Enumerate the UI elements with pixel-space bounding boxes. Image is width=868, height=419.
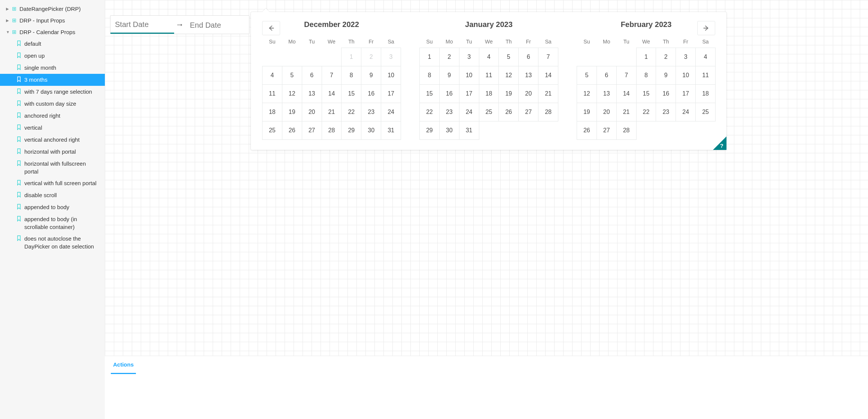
calendar-day[interactable]: 22 — [419, 103, 440, 121]
end-date-input[interactable] — [185, 16, 249, 33]
sidebar-story[interactable]: default — [0, 38, 105, 50]
calendar-day[interactable]: 29 — [341, 121, 361, 140]
sidebar-story[interactable]: single month — [0, 62, 105, 74]
calendar-day[interactable]: 12 — [282, 84, 302, 103]
calendar-day[interactable]: 9 — [656, 66, 676, 85]
calendar-day[interactable]: 25 — [479, 103, 499, 121]
calendar-day[interactable]: 26 — [577, 121, 597, 140]
calendar-day[interactable]: 21 — [322, 103, 342, 121]
calendar-day[interactable]: 15 — [636, 84, 656, 103]
calendar-day[interactable]: 6 — [597, 66, 617, 85]
sidebar-story[interactable]: vertical with full screen portal — [0, 177, 105, 189]
calendar-day[interactable]: 16 — [656, 84, 676, 103]
calendar-day[interactable]: 28 — [616, 121, 637, 140]
calendar-day[interactable]: 4 — [262, 66, 282, 85]
calendar-day[interactable]: 23 — [361, 103, 381, 121]
sidebar-story[interactable]: with 7 days range selection — [0, 86, 105, 98]
calendar-day[interactable]: 14 — [616, 84, 637, 103]
calendar-day[interactable]: 11 — [479, 66, 499, 85]
help-button[interactable]: ? — [713, 136, 726, 150]
calendar-day[interactable]: 20 — [518, 84, 538, 103]
calendar-day[interactable]: 11 — [262, 84, 282, 103]
calendar-day[interactable]: 16 — [439, 84, 459, 103]
calendar-day[interactable]: 15 — [419, 84, 440, 103]
calendar-day[interactable]: 21 — [538, 84, 558, 103]
calendar-day[interactable]: 21 — [616, 103, 637, 121]
calendar-day[interactable]: 28 — [322, 121, 342, 140]
sidebar-story[interactable]: appended to body — [0, 201, 105, 213]
calendar-day[interactable]: 20 — [597, 103, 617, 121]
calendar-day[interactable]: 4 — [695, 48, 716, 66]
calendar-day[interactable]: 19 — [282, 103, 302, 121]
calendar-day[interactable]: 8 — [419, 66, 440, 85]
calendar-day[interactable]: 11 — [695, 66, 716, 85]
tab-actions[interactable]: Actions — [111, 356, 136, 374]
sidebar-group[interactable]: ▼⊞DRP - Calendar Props — [0, 26, 105, 38]
calendar-day[interactable]: 30 — [361, 121, 381, 140]
calendar-day[interactable]: 13 — [518, 66, 538, 85]
sidebar-story[interactable]: 3 months — [0, 74, 105, 86]
calendar-day[interactable]: 28 — [538, 103, 558, 121]
calendar-day[interactable]: 27 — [302, 121, 322, 140]
prev-month-button[interactable] — [262, 21, 280, 35]
sidebar-group[interactable]: ▶⊞DateRangePicker (DRP) — [0, 3, 105, 15]
calendar-day[interactable]: 24 — [459, 103, 479, 121]
calendar-day[interactable]: 30 — [439, 121, 459, 140]
calendar-day[interactable]: 2 — [439, 48, 459, 66]
calendar-day[interactable]: 18 — [695, 84, 716, 103]
calendar-day[interactable]: 8 — [636, 66, 656, 85]
sidebar-story[interactable]: vertical — [0, 122, 105, 134]
calendar-day[interactable]: 13 — [302, 84, 322, 103]
calendar-day[interactable]: 3 — [676, 48, 696, 66]
sidebar-story[interactable]: with custom day size — [0, 98, 105, 110]
calendar-day[interactable]: 17 — [381, 84, 401, 103]
sidebar-story[interactable]: vertical anchored right — [0, 134, 105, 146]
calendar-day[interactable]: 2 — [361, 48, 381, 66]
calendar-day[interactable]: 25 — [262, 121, 282, 140]
calendar-day[interactable]: 3 — [459, 48, 479, 66]
calendar-day[interactable]: 22 — [341, 103, 361, 121]
calendar-day[interactable]: 24 — [676, 103, 696, 121]
calendar-day[interactable]: 26 — [498, 103, 519, 121]
calendar-day[interactable]: 27 — [518, 103, 538, 121]
sidebar-story[interactable]: disable scroll — [0, 189, 105, 201]
calendar-day[interactable]: 25 — [695, 103, 716, 121]
calendar-day[interactable]: 8 — [341, 66, 361, 85]
calendar-day[interactable]: 1 — [341, 48, 361, 66]
start-date-input[interactable] — [110, 16, 174, 34]
calendar-day[interactable]: 14 — [538, 66, 558, 85]
calendar-day[interactable]: 31 — [381, 121, 401, 140]
calendar-day[interactable]: 12 — [577, 84, 597, 103]
calendar-day[interactable]: 17 — [676, 84, 696, 103]
calendar-day[interactable]: 19 — [498, 84, 519, 103]
sidebar-story[interactable]: horizontal with fullscreen portal — [0, 158, 105, 177]
calendar-day[interactable]: 20 — [302, 103, 322, 121]
next-month-button[interactable] — [697, 21, 715, 35]
calendar-day[interactable]: 5 — [498, 48, 519, 66]
sidebar-story[interactable]: horizontal with portal — [0, 146, 105, 158]
calendar-day[interactable]: 12 — [498, 66, 519, 85]
calendar-day[interactable]: 2 — [656, 48, 676, 66]
calendar-day[interactable]: 7 — [616, 66, 637, 85]
calendar-day[interactable]: 1 — [419, 48, 440, 66]
calendar-day[interactable]: 22 — [636, 103, 656, 121]
sidebar-story[interactable]: open up — [0, 50, 105, 62]
calendar-day[interactable]: 23 — [656, 103, 676, 121]
sidebar-story[interactable]: appended to body (in scrollable containe… — [0, 213, 105, 233]
calendar-day[interactable]: 13 — [597, 84, 617, 103]
calendar-day[interactable]: 16 — [361, 84, 381, 103]
calendar-day[interactable]: 10 — [459, 66, 479, 85]
calendar-day[interactable]: 14 — [322, 84, 342, 103]
sidebar-story[interactable]: anchored right — [0, 110, 105, 122]
calendar-day[interactable]: 27 — [597, 121, 617, 140]
calendar-day[interactable]: 26 — [282, 121, 302, 140]
calendar-day[interactable]: 4 — [479, 48, 499, 66]
calendar-day[interactable]: 15 — [341, 84, 361, 103]
calendar-day[interactable]: 17 — [459, 84, 479, 103]
calendar-day[interactable]: 1 — [636, 48, 656, 66]
calendar-day[interactable]: 5 — [577, 66, 597, 85]
calendar-day[interactable]: 10 — [381, 66, 401, 85]
calendar-day[interactable]: 18 — [479, 84, 499, 103]
calendar-day[interactable]: 7 — [322, 66, 342, 85]
calendar-day[interactable]: 23 — [439, 103, 459, 121]
